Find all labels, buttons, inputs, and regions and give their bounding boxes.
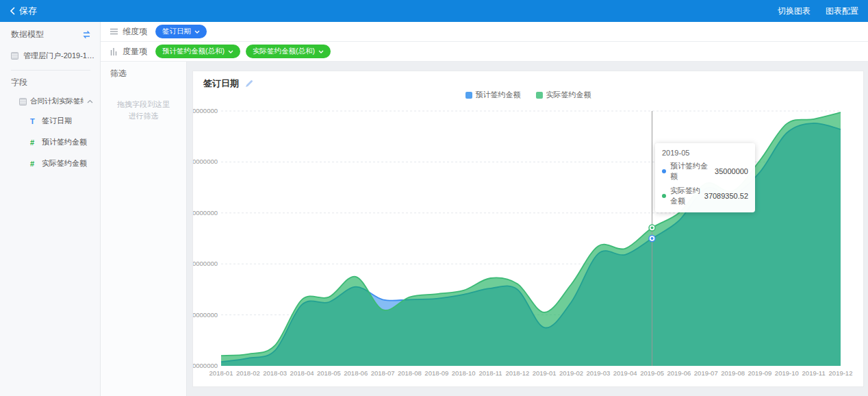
table-name: 合同计划实际签约金额 xyxy=(30,97,84,106)
dataset-table-icon xyxy=(11,52,18,60)
dimension-label: 维度项 xyxy=(123,26,147,38)
x-axis-tick: 2018-11 xyxy=(478,369,502,377)
filter-title: 筛选 xyxy=(101,62,186,79)
measure-pill-实际签约金额(总和)[interactable]: 实际签约金额(总和) xyxy=(246,45,331,58)
x-axis-tick: 2019-10 xyxy=(775,369,799,377)
x-axis-tick: 2019-06 xyxy=(667,369,691,377)
x-axis-tick: 2018-06 xyxy=(344,369,368,377)
x-axis-tick: 2018-05 xyxy=(317,369,341,377)
chart-card: 签订日期 预计签约金额实际签约金额 1000000020000000300000… xyxy=(192,71,864,387)
x-axis-tick: 2018-02 xyxy=(236,369,260,377)
legend-label: 预计签约金额 xyxy=(476,90,521,100)
highlight-point-center xyxy=(651,237,654,240)
x-axis-tick: 2018-09 xyxy=(424,369,448,377)
table-node[interactable]: 合同计划实际签约金额 xyxy=(0,88,100,106)
filter-panel: 筛选 拖拽字段到这里 进行筛选 xyxy=(101,62,187,396)
pill-label: 预计签约金额(总和) xyxy=(162,47,225,56)
chevron-down-icon xyxy=(194,30,200,34)
x-axis-tick: 2019-02 xyxy=(559,369,583,377)
legend-label: 实际签约金额 xyxy=(546,90,591,100)
filter-placeholder-line1: 拖拽字段到这里 xyxy=(101,99,186,110)
chart-legend: 预计签约金额实际签约金额 xyxy=(193,90,863,100)
number-field-icon: # xyxy=(30,160,37,168)
filter-placeholder-line2: 进行筛选 xyxy=(101,110,186,122)
top-actions: 切换图表 图表配置 xyxy=(778,5,858,17)
pill-label: 实际签约金额(总和) xyxy=(253,47,315,56)
chart-title: 签订日期 xyxy=(203,77,239,90)
x-axis-tick: 2018-12 xyxy=(505,369,529,377)
dataset-item[interactable]: 管理层门户-2019-12-10 ... xyxy=(0,51,100,61)
filter-dropzone[interactable]: 拖拽字段到这里 进行筛选 xyxy=(101,99,186,122)
number-field-icon: # xyxy=(30,138,37,147)
dimension-row: 维度项 签订日期 xyxy=(101,22,868,42)
switch-chart-link[interactable]: 切换图表 xyxy=(778,5,810,17)
legend-item-预计签约金额[interactable]: 预计签约金额 xyxy=(465,90,521,100)
swap-dataset-icon[interactable] xyxy=(81,30,92,39)
dimension-pills: 签订日期 xyxy=(155,25,207,38)
field-name: 预计签约金额 xyxy=(42,137,87,147)
x-axis-tick: 2019-11 xyxy=(802,369,826,377)
config-panel: 维度项 签订日期 度量项 预计签约金额(总和)实际签约金额(总和) xyxy=(101,22,868,62)
tooltip-series-name: 预计签约金额 xyxy=(670,161,715,182)
chevron-left-icon xyxy=(10,7,15,15)
highlight-point-center xyxy=(651,226,654,229)
tooltip-series-dot-icon xyxy=(662,169,666,173)
field-item-实际签约金额[interactable]: #实际签约金额 xyxy=(0,153,100,174)
chevron-down-icon xyxy=(228,50,233,53)
field-list: T签订日期#预计签约金额#实际签约金额 xyxy=(0,110,100,174)
x-axis-tick: 2019-03 xyxy=(586,369,610,377)
table-icon xyxy=(19,98,27,106)
chart-area: 签订日期 预计签约金额实际签约金额 1000000020000000300000… xyxy=(187,62,868,396)
measure-pill-预计签约金额(总和)[interactable]: 预计签约金额(总和) xyxy=(155,45,240,58)
chevron-down-icon xyxy=(318,50,324,53)
legend-item-实际签约金额[interactable]: 实际签约金额 xyxy=(536,90,591,100)
x-axis-tick: 2018-10 xyxy=(452,369,476,377)
x-axis-tick: 2019-12 xyxy=(829,369,853,377)
tooltip-series-name: 实际签约金额 xyxy=(670,186,704,206)
x-axis-tick: 2019-05 xyxy=(640,369,664,377)
legend-swatch-icon xyxy=(465,92,472,99)
pill-label: 签订日期 xyxy=(162,27,191,36)
tooltip-row: 实际签约金额37089350.52 xyxy=(662,186,748,206)
area-chart[interactable]: 1000000020000000300000004000000050000000… xyxy=(193,71,863,386)
x-axis-tick: 2019-01 xyxy=(533,369,557,377)
x-axis-tick: 2018-07 xyxy=(371,369,395,377)
measure-row: 度量项 预计签约金额(总和)实际签约金额(总和) xyxy=(101,42,868,62)
back-button[interactable]: 保存 xyxy=(10,5,37,17)
measure-bars-icon xyxy=(110,48,118,55)
edit-title-pencil-icon[interactable] xyxy=(244,79,253,88)
x-axis-tick: 2018-04 xyxy=(290,369,314,377)
dataset-name: 管理层门户-2019-12-10 ... xyxy=(23,51,94,61)
x-axis-tick: 2019-04 xyxy=(613,369,637,377)
x-axis-tick: 2019-07 xyxy=(694,369,718,377)
save-label: 保存 xyxy=(19,5,37,17)
x-axis-tick: 2018-08 xyxy=(398,369,422,377)
legend-swatch-icon xyxy=(536,92,543,99)
chart-config-link[interactable]: 图表配置 xyxy=(826,5,858,17)
measure-pills: 预计签约金额(总和)实际签约金额(总和) xyxy=(155,45,331,58)
y-axis-tick: 10000000 xyxy=(193,362,218,369)
sidebar: 数据模型 管理层门户-2019-12-10 ... 字段 合同计划实际签约金额 xyxy=(0,22,101,396)
dimension-pill-签订日期[interactable]: 签订日期 xyxy=(155,25,207,38)
text-field-icon: T xyxy=(30,117,37,125)
fields-title: 字段 xyxy=(0,71,100,88)
tooltip-series-dot-icon xyxy=(662,194,666,198)
field-item-预计签约金额[interactable]: #预计签约金额 xyxy=(0,132,100,153)
field-name: 签订日期 xyxy=(42,116,72,126)
data-model-title: 数据模型 xyxy=(11,29,44,40)
x-axis-tick: 2019-09 xyxy=(748,369,772,377)
y-axis-tick: 20000000 xyxy=(193,311,218,319)
x-axis-tick: 2018-03 xyxy=(263,369,287,377)
field-item-签订日期[interactable]: T签订日期 xyxy=(0,110,100,132)
tooltip-series-value: 35000000 xyxy=(715,167,748,175)
y-axis-tick: 60000000 xyxy=(193,107,218,114)
x-axis-tick: 2018-01 xyxy=(209,369,233,377)
app-window: 保存 切换图表 图表配置 数据模型 管理层门户-2019-12-10 ... 字… xyxy=(0,0,868,396)
top-bar: 保存 切换图表 图表配置 xyxy=(0,0,868,22)
tooltip-row: 预计签约金额35000000 xyxy=(662,161,748,182)
tooltip-series-value: 37089350.52 xyxy=(704,192,748,200)
y-axis-tick: 50000000 xyxy=(193,158,218,165)
chevron-up-icon[interactable] xyxy=(87,99,93,103)
dimension-rows-icon xyxy=(110,28,118,35)
y-axis-tick: 30000000 xyxy=(193,260,218,267)
